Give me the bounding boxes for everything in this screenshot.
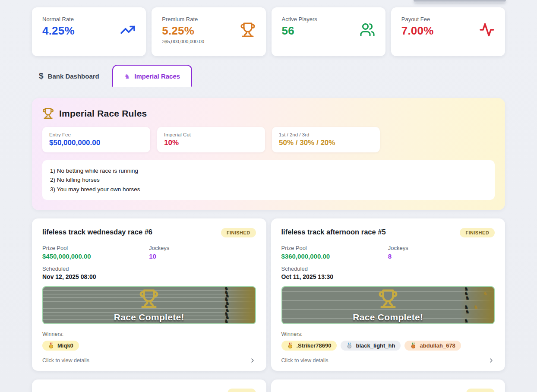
tab-bar: $ Bank Dashboard ♞ Imperial Races bbox=[32, 65, 505, 87]
race-card[interactable]: lifeless track afternoon race #5 FINISHE… bbox=[271, 218, 505, 371]
rule-line: 3) You may breed your own horses bbox=[50, 185, 487, 194]
winner-chip[interactable]: .Striker78690 bbox=[281, 341, 337, 351]
status-badge bbox=[227, 389, 256, 392]
scheduled-label: Scheduled bbox=[42, 266, 256, 272]
jockeys-value: 8 bbox=[388, 253, 495, 260]
view-details-label: Click to view details bbox=[42, 357, 89, 364]
races-grid: lifeless track wednesday race #6 FINISHE… bbox=[32, 218, 505, 371]
rule-stat-imperial-cut: Imperial Cut 10% bbox=[157, 127, 265, 152]
jockeys-label: Jockeys bbox=[388, 245, 495, 251]
gold-medal-icon bbox=[287, 342, 294, 349]
stats-row: Normal Rate 4.25% Premium Rate 5.25% ≥$5… bbox=[32, 0, 505, 56]
status-badge bbox=[466, 389, 495, 392]
stat-threshold: ≥$5,000,000,000.00 bbox=[162, 39, 204, 44]
stat-value: 4.25% bbox=[42, 24, 75, 38]
gold-medal-icon bbox=[48, 342, 54, 349]
winner-name: black_light_hh bbox=[356, 342, 395, 349]
chevron-right-icon bbox=[249, 357, 256, 364]
rule-stat-value: $50,000,000.00 bbox=[49, 139, 143, 147]
horse-icon: ♞ bbox=[465, 296, 470, 301]
race-card-partial[interactable] bbox=[271, 379, 505, 392]
stat-value: 5.25% bbox=[162, 24, 204, 38]
race-card[interactable]: lifeless track wednesday race #6 FINISHE… bbox=[32, 218, 266, 371]
horse-icon: ♞ bbox=[483, 291, 488, 296]
view-details-row[interactable]: Click to view details bbox=[281, 357, 495, 364]
stat-card-premium-rate: Premium Rate 5.25% ≥$5,000,000,000.00 bbox=[152, 7, 265, 56]
prize-pool-label: Prize Pool bbox=[42, 245, 149, 251]
trophy-icon bbox=[42, 107, 54, 119]
prize-pool-value: $360,000,000.00 bbox=[281, 253, 388, 260]
rules-list: 1) No betting while race is running 2) N… bbox=[42, 160, 495, 200]
tab-label: Bank Dashboard bbox=[48, 73, 99, 80]
trophy-icon bbox=[240, 22, 256, 38]
race-title: lifeless track wednesday race #6 bbox=[42, 228, 152, 236]
race-complete-banner: Race Complete! bbox=[282, 312, 494, 322]
stat-value: 56 bbox=[282, 24, 317, 38]
tab-imperial-races[interactable]: ♞ Imperial Races bbox=[112, 65, 192, 87]
race-track: ♞♞♞♞♞♞♞♞ Race Complete! bbox=[281, 286, 495, 324]
partial-top-element bbox=[414, 0, 506, 3]
scheduled-label: Scheduled bbox=[281, 266, 495, 272]
stat-card-payout-fee: Payout Fee 7.00% bbox=[391, 7, 505, 56]
bronze-medal-icon bbox=[410, 342, 417, 349]
stat-label: Normal Rate bbox=[42, 16, 75, 22]
stat-card-active-players: Active Players 56 bbox=[272, 7, 385, 56]
rule-stat-label: Imperial Cut bbox=[164, 132, 258, 137]
winner-name: Miqk0 bbox=[57, 342, 73, 349]
scheduled-value: Oct 11, 2025 13:30 bbox=[281, 273, 495, 280]
prize-pool-label: Prize Pool bbox=[281, 245, 388, 251]
imperial-race-rules-panel: Imperial Race Rules Entry Fee $50,000,00… bbox=[32, 98, 505, 210]
rule-stat-podium-split: 1st / 2nd / 3rd 50% / 30% / 20% bbox=[272, 127, 380, 152]
winners-label: Winners: bbox=[281, 331, 495, 337]
winner-chip[interactable]: abdullah_678 bbox=[404, 341, 461, 351]
bottom-row bbox=[32, 379, 505, 392]
stat-label: Payout Fee bbox=[401, 16, 434, 22]
scheduled-value: Nov 12, 2025 08:00 bbox=[42, 273, 256, 280]
rule-line: 2) No killing horses bbox=[50, 175, 487, 184]
prize-pool-value: $450,000,000.00 bbox=[42, 253, 149, 260]
rule-stat-label: Entry Fee bbox=[49, 132, 143, 137]
stat-label: Premium Rate bbox=[162, 16, 204, 22]
trending-up-icon bbox=[120, 22, 136, 38]
stat-value: 7.00% bbox=[401, 24, 434, 38]
jockeys-value: 10 bbox=[149, 253, 256, 260]
rule-stat-label: 1st / 2nd / 3rd bbox=[279, 132, 373, 137]
rules-panel-title: Imperial Race Rules bbox=[59, 108, 147, 119]
dashboard-page: Normal Rate 4.25% Premium Rate 5.25% ≥$5… bbox=[0, 0, 537, 392]
view-details-row[interactable]: Click to view details bbox=[42, 357, 256, 364]
rule-line: 1) No betting while race is running bbox=[50, 166, 487, 175]
dollar-icon: $ bbox=[39, 71, 44, 81]
winners-label: Winners: bbox=[42, 331, 256, 337]
race-title: lifeless track afternoon race #5 bbox=[281, 228, 386, 236]
horse-icon: ♞ bbox=[124, 73, 130, 79]
rule-stat-value: 50% / 30% / 20% bbox=[279, 139, 373, 147]
chevron-right-icon bbox=[488, 357, 495, 364]
horse-icon: ♞ bbox=[474, 305, 478, 310]
tab-label: Imperial Races bbox=[134, 73, 180, 80]
rule-stat-entry-fee: Entry Fee $50,000,000.00 bbox=[42, 127, 150, 152]
race-track: ♞♞♞♞♞♞♞♞♞♞ Race Complete! bbox=[42, 286, 256, 324]
race-complete-banner: Race Complete! bbox=[43, 312, 255, 322]
winner-chip[interactable]: Miqk0 bbox=[42, 341, 79, 351]
status-badge: FINISHED bbox=[460, 228, 495, 237]
rule-stat-value: 10% bbox=[164, 139, 258, 147]
stat-label: Active Players bbox=[282, 16, 317, 22]
stat-card-normal-rate: Normal Rate 4.25% bbox=[32, 7, 146, 56]
winner-name: .Striker78690 bbox=[297, 342, 332, 349]
race-card-partial[interactable] bbox=[32, 379, 266, 392]
winner-name: abdullah_678 bbox=[420, 342, 455, 349]
activity-icon bbox=[479, 22, 495, 38]
users-icon bbox=[360, 22, 375, 38]
status-badge: FINISHED bbox=[221, 228, 256, 237]
view-details-label: Click to view details bbox=[281, 357, 329, 364]
silver-medal-icon bbox=[346, 342, 353, 349]
jockeys-label: Jockeys bbox=[149, 245, 256, 251]
tab-bank-dashboard[interactable]: $ Bank Dashboard bbox=[32, 65, 112, 87]
winner-chip[interactable]: black_light_hh bbox=[341, 341, 401, 351]
